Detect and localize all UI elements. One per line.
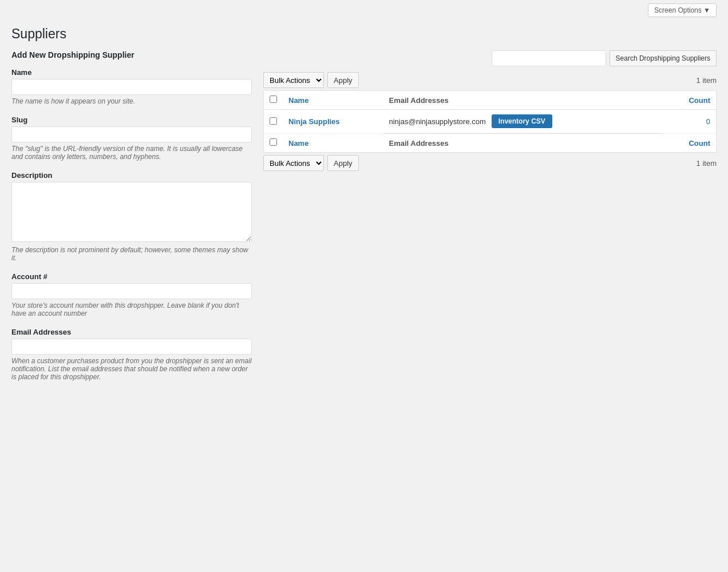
slug-hint: The "slug" is the URL-friendly version o… — [11, 145, 252, 161]
search-input[interactable] — [492, 50, 606, 66]
name-label: Name — [11, 68, 252, 77]
email-addresses-hint: When a customer purchases product from y… — [11, 357, 252, 381]
email-addresses-field-group: Email Addresses When a customer purchase… — [11, 328, 252, 381]
row-name-cell: Ninja Supplies — [283, 110, 383, 134]
header-name-col: Name — [283, 91, 383, 110]
table-footer-header-row: Name Email Addresses Count — [264, 134, 717, 153]
email-addresses-label: Email Addresses — [11, 328, 252, 336]
footer-count-col: Count — [663, 134, 717, 153]
footer-name-col: Name — [283, 134, 383, 153]
inventory-csv-button[interactable]: Inventory CSV — [492, 114, 552, 128]
email-addresses-input[interactable] — [11, 339, 252, 355]
footer-checkbox-col — [264, 134, 283, 153]
description-label: Description — [11, 171, 252, 180]
bulk-apply-button-bottom[interactable]: Apply — [327, 155, 359, 171]
select-all-checkbox-top[interactable] — [270, 96, 277, 103]
description-textarea[interactable] — [11, 182, 252, 242]
table-header-row: Name Email Addresses Count — [264, 91, 717, 110]
header-count-col: Count — [663, 91, 717, 110]
description-hint: The description is not prominent by defa… — [11, 246, 252, 262]
top-bulk-actions-bar: Bulk Actions Apply 1 item — [263, 72, 717, 88]
account-number-input[interactable] — [11, 283, 252, 299]
item-count-bottom: 1 item — [697, 159, 717, 168]
account-number-hint: Your store's account number with this dr… — [11, 301, 252, 317]
left-panel: Add New Dropshipping Supplier Name The n… — [11, 50, 252, 391]
row-checkbox-cell — [264, 110, 283, 134]
bulk-apply-button-top[interactable]: Apply — [327, 72, 359, 88]
search-button[interactable]: Search Dropshipping Suppliers — [610, 50, 717, 66]
content-layout: Add New Dropshipping Supplier Name The n… — [11, 50, 717, 391]
add-new-supplier-title: Add New Dropshipping Supplier — [11, 50, 252, 59]
name-field-group: Name The name is how it appears on your … — [11, 68, 252, 105]
account-number-field-group: Account # Your store's account number wi… — [11, 272, 252, 317]
slug-field-group: Slug The "slug" is the URL-friendly vers… — [11, 116, 252, 161]
row-count-cell: 0 — [663, 110, 717, 134]
row-checkbox[interactable] — [270, 117, 277, 125]
search-bar: Search Dropshipping Suppliers — [263, 50, 717, 66]
right-panel: Search Dropshipping Suppliers Bulk Actio… — [263, 50, 717, 171]
name-hint: The name is how it appears on your site. — [11, 97, 252, 105]
row-email-cell: ninjas@ninjasupplystore.comInventory CSV — [383, 110, 663, 133]
name-input[interactable] — [11, 79, 252, 95]
bulk-actions-select-top[interactable]: Bulk Actions — [263, 72, 324, 88]
item-count-top: 1 item — [697, 76, 717, 85]
bottom-bulk-actions-bar: Bulk Actions Apply 1 item — [263, 155, 717, 171]
select-all-checkbox-bottom[interactable] — [270, 138, 277, 146]
account-number-label: Account # — [11, 272, 252, 281]
slug-label: Slug — [11, 116, 252, 124]
supplier-name-link[interactable]: Ninja Supplies — [288, 117, 340, 126]
row-email-value: ninjas@ninjasupplystore.com — [389, 117, 486, 126]
table-row: Ninja Suppliesninjas@ninjasupplystore.co… — [264, 110, 717, 134]
header-checkbox-col — [264, 91, 283, 110]
slug-input[interactable] — [11, 126, 252, 142]
footer-email-col: Email Addresses — [383, 134, 663, 153]
page-title: Suppliers — [11, 26, 717, 42]
bulk-left-top: Bulk Actions Apply — [263, 72, 359, 88]
screen-options-bar: Screen Options ▼ — [0, 0, 728, 21]
suppliers-table: Name Email Addresses Count Ninja Supplie… — [263, 90, 717, 153]
main-content: Suppliers Add New Dropshipping Supplier … — [0, 21, 728, 403]
description-field-group: Description The description is not promi… — [11, 171, 252, 262]
bulk-left-bottom: Bulk Actions Apply — [263, 155, 359, 171]
bulk-actions-select-bottom[interactable]: Bulk Actions — [263, 155, 324, 171]
screen-options-button[interactable]: Screen Options ▼ — [648, 3, 717, 17]
header-email-col: Email Addresses — [383, 91, 663, 110]
